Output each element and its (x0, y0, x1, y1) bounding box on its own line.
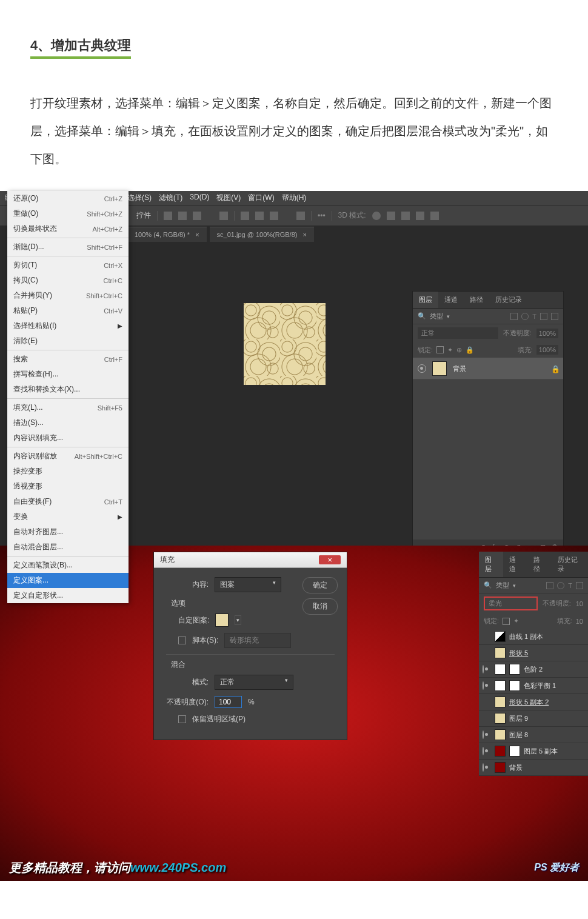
eye-icon[interactable] (483, 764, 491, 771)
panel-tab[interactable]: 通道 (503, 552, 527, 577)
menu-item[interactable]: 自动对齐图层... (7, 524, 129, 540)
layer-item[interactable]: 背景 🔒 (413, 358, 563, 380)
footer-link[interactable]: www.240PS.com (130, 861, 226, 875)
search-icon[interactable]: 🔍 (418, 312, 426, 320)
menu-item[interactable]: 定义图案... (7, 573, 129, 588)
blend-mode-select[interactable]: 柔光 (484, 597, 538, 610)
lock-icon[interactable]: ✦ (447, 346, 453, 354)
menu-item[interactable]: 内容识别缩放Alt+Shift+Ctrl+C (7, 449, 129, 464)
menu-item[interactable]: 填充(L)...Shift+F5 (7, 400, 129, 415)
panel-tab[interactable]: 历史记录 (552, 552, 588, 577)
eye-icon[interactable] (483, 666, 491, 673)
menu-item[interactable]: 自由变换(F)Ctrl+T (7, 494, 129, 509)
opacity-input[interactable]: 100% (536, 329, 558, 338)
eye-icon[interactable] (483, 682, 491, 689)
menu-item[interactable]: 操控变形 (7, 464, 129, 479)
layer-item[interactable]: 图层 8 (479, 727, 588, 743)
layer-item[interactable]: 图层 9 (479, 710, 588, 727)
layer-item[interactable]: 背景 (479, 760, 588, 776)
menu-item[interactable]: 透视变形 (7, 479, 129, 494)
cancel-button[interactable]: 取消 (302, 598, 338, 615)
menu-item[interactable]: 搜索Ctrl+F (7, 352, 129, 367)
panel-tab[interactable]: 历史记录 (489, 292, 528, 308)
pattern-swatch[interactable] (215, 613, 229, 627)
distribute-icon[interactable] (296, 212, 305, 220)
panel-tab[interactable]: 路径 (527, 552, 552, 577)
filter-icon[interactable] (521, 313, 529, 320)
opacity-input[interactable]: 10 (576, 600, 583, 607)
align-icon[interactable] (178, 212, 187, 220)
lock-icon[interactable] (503, 618, 510, 625)
mode-select[interactable]: 正常 ▾ (215, 675, 293, 690)
menu-item[interactable]: 拼写检查(H)... (7, 367, 129, 382)
layer-item[interactable]: 形状 5 副本 2 (479, 694, 588, 710)
menu-item[interactable]: 3D(D) (190, 193, 209, 203)
3d-icon[interactable] (430, 212, 439, 220)
menu-item[interactable]: 重做(O)Shift+Ctrl+Z (7, 206, 129, 221)
menu-item[interactable]: 合并拷贝(Y)Shift+Ctrl+C (7, 288, 129, 303)
menu-item[interactable]: 清除(E) (7, 333, 129, 349)
3d-icon[interactable] (401, 212, 410, 220)
menu-item[interactable]: 内容识别填充... (7, 430, 129, 446)
menu-item[interactable]: 还原(O)Ctrl+Z (7, 191, 129, 206)
panel-tab[interactable]: 路径 (464, 292, 489, 308)
menu-item[interactable]: 查找和替换文本(X)... (7, 382, 129, 397)
3d-icon[interactable] (416, 212, 424, 220)
menu-item[interactable]: 选择性粘贴(I)▶ (7, 318, 129, 333)
lock-icon[interactable]: ✦ (513, 617, 519, 625)
3d-icon[interactable] (372, 212, 381, 220)
script-checkbox[interactable] (178, 637, 186, 644)
panel-tab[interactable]: 图层 (413, 292, 438, 308)
filter-icon[interactable]: T (568, 582, 572, 589)
filter-icon[interactable] (557, 582, 564, 589)
menu-item[interactable]: 剪切(T)Ctrl+X (7, 258, 129, 273)
menu-item[interactable]: 拷贝(C)Ctrl+C (7, 273, 129, 288)
filter-icon[interactable] (540, 313, 547, 320)
align-icon[interactable] (193, 212, 201, 220)
menu-item[interactable]: 粘贴(P)Ctrl+V (7, 303, 129, 318)
panel-tab[interactable]: 图层 (479, 552, 503, 577)
preserve-checkbox[interactable] (178, 715, 186, 723)
lock-icon[interactable] (436, 346, 444, 353)
menu-item[interactable]: 定义自定形状... (7, 588, 129, 603)
align-icon[interactable] (219, 212, 228, 220)
layer-item[interactable]: 曲线 1 副本 (479, 629, 588, 645)
filter-icon[interactable]: T (532, 313, 536, 320)
layer-item[interactable]: 形状 5 (479, 645, 588, 661)
layer-item[interactable]: 图层 5 副本 (479, 743, 588, 760)
close-icon[interactable]: × (303, 231, 307, 238)
distribute-icon[interactable] (241, 212, 249, 220)
eye-icon[interactable] (483, 747, 491, 755)
close-icon[interactable]: × (195, 231, 199, 238)
distribute-icon[interactable] (255, 212, 264, 220)
close-button[interactable]: × (319, 555, 341, 564)
filter-icon[interactable] (576, 582, 583, 589)
layer-item[interactable]: 色彩平衡 1 (479, 678, 588, 694)
menu-item[interactable]: 切换最终状态Alt+Ctrl+Z (7, 221, 129, 236)
filter-icon[interactable] (510, 313, 518, 320)
document-tab[interactable]: sc_01.jpg @ 100%(RGB/8) × (210, 227, 314, 242)
search-icon[interactable]: 🔍 (484, 581, 492, 589)
lock-icon[interactable]: ⊕ (456, 346, 462, 354)
menu-item[interactable]: 选择(S) (127, 193, 152, 203)
lock-icon[interactable]: 🔒 (466, 346, 474, 354)
menu-item[interactable]: 自动混合图层... (7, 540, 129, 555)
3d-icon[interactable] (387, 212, 395, 220)
filter-type[interactable]: 类型 (430, 312, 443, 321)
align-icon[interactable] (164, 212, 172, 220)
panel-tab[interactable]: 通道 (438, 292, 464, 308)
menu-item[interactable]: 滤镜(T) (159, 193, 182, 203)
distribute-icon[interactable] (270, 212, 278, 220)
eye-icon[interactable] (418, 364, 426, 373)
content-select[interactable]: 图案 ▾ (215, 577, 281, 592)
menu-item[interactable]: 渐隐(D)...Shift+Ctrl+F (7, 239, 129, 255)
menu-item[interactable]: 变换▶ (7, 509, 129, 524)
menu-item[interactable]: 窗口(W) (248, 193, 274, 203)
opacity-input[interactable]: 100 (215, 696, 242, 708)
script-select[interactable]: 砖形填充 (224, 633, 291, 648)
filter-icon[interactable] (551, 313, 558, 320)
menu-item[interactable]: 视图(V) (216, 193, 241, 203)
menu-item[interactable]: 定义画笔预设(B)... (7, 558, 129, 573)
menu-item[interactable]: 描边(S)... (7, 415, 129, 430)
fill-input[interactable]: 10 (576, 618, 583, 625)
